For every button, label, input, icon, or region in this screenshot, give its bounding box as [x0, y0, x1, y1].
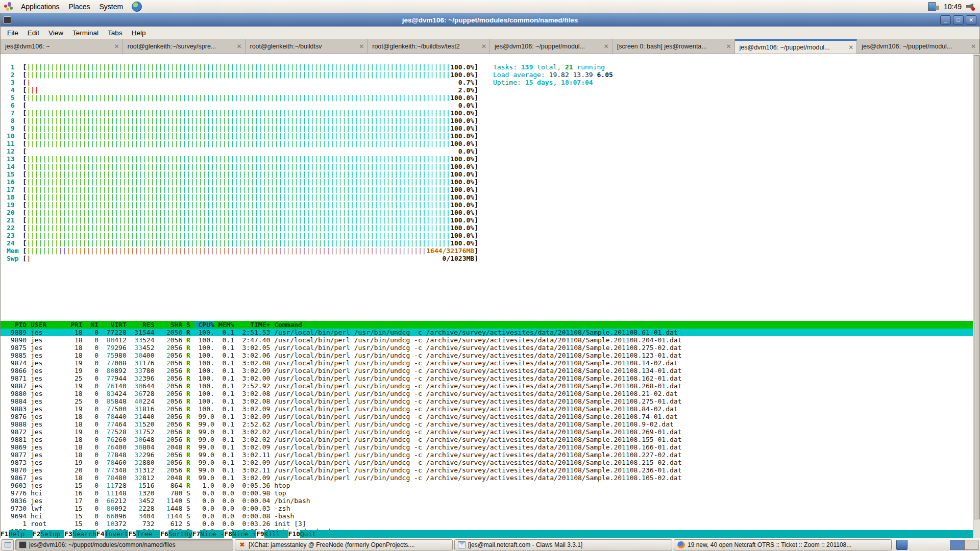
column-header-time[interactable]: TIME+: [238, 321, 271, 329]
menu-file[interactable]: File: [3, 28, 23, 38]
tab-close-icon[interactable]: ✕: [236, 43, 241, 50]
tab-close-icon[interactable]: ✕: [604, 43, 609, 50]
menu-view[interactable]: View: [44, 28, 68, 38]
table-row[interactable]: 9694hci1506609634041144S0.00.00:00.08-ba…: [1, 512, 980, 520]
window-titlebar[interactable]: jes@dvm106: ~/puppet/modules/common/name…: [1, 13, 979, 27]
terminal-tab-3[interactable]: root@glenkeith:~/buildtsv✕: [246, 39, 368, 54]
menu-tabs[interactable]: Tabs: [103, 28, 127, 38]
taskbar-window-button-2[interactable]: ✖[XChat: jamesstanley @ FreeNode (former…: [235, 539, 453, 550]
column-header-res[interactable]: RES: [131, 321, 155, 329]
table-row[interactable]: 9883jes19077500318162056R100.0.13:02.09/…: [1, 405, 980, 413]
terminal-tab-4[interactable]: root@glenkeith:~/buildtsv/test2✕: [368, 39, 490, 54]
table-row[interactable]: 9876jes18078440314402056R99.00.13:02.09/…: [1, 413, 980, 420]
table-row[interactable]: 9836jes1706621234521140S0.00.00:00.04/bi…: [1, 497, 980, 505]
table-row[interactable]: 9869jes18076400308042048R99.00.13:02.09/…: [1, 443, 980, 451]
column-header-pri[interactable]: PRI: [70, 321, 82, 329]
table-row[interactable]: 9867jes18078480328122048R99.00.13:02.09/…: [1, 474, 980, 482]
table-row[interactable]: 9603jes150117281516864R1.00.00:05.36htop: [1, 482, 980, 489]
fkey-f3[interactable]: F3Search: [64, 530, 96, 538]
terminal-tab-6[interactable]: [screen 0: bash] jes@rowenta...✕: [612, 39, 735, 54]
table-row[interactable]: 9872jes19077528317522056R99.00.13:02.02/…: [1, 428, 980, 436]
close-button[interactable]: ✕: [966, 15, 976, 24]
fkey-f5[interactable]: F5Tree: [128, 530, 160, 538]
column-header-cmd[interactable]: Command: [274, 321, 302, 329]
workspace-1[interactable]: [950, 540, 964, 549]
table-row[interactable]: 9877jes18077848322962056R99.00.13:02.11/…: [1, 451, 980, 459]
table-row[interactable]: 9866jes19080892337802056R100.0.13:02.09/…: [1, 367, 980, 374]
browser-launcher-icon[interactable]: [132, 2, 142, 12]
column-header-user[interactable]: USER: [31, 321, 70, 329]
fkey-f4[interactable]: F4Invert: [96, 530, 129, 538]
panel-menu-places[interactable]: Places: [64, 1, 95, 12]
minimize-button[interactable]: _: [940, 15, 951, 24]
taskbar-window-button-1[interactable]: jes@dvm106: ~/puppet/modules/common/name…: [15, 539, 233, 550]
terminal-scrollbar[interactable]: [973, 54, 980, 538]
table-row[interactable]: 9870jes20077348313122056R99.00.13:02.11/…: [1, 466, 980, 474]
table-row[interactable]: 9776hci160111481320780S0.00.00:00.98top: [1, 489, 980, 497]
fkey-f2[interactable]: F2Setup: [33, 530, 65, 538]
tab-close-icon[interactable]: ✕: [848, 44, 853, 51]
fkey-f7[interactable]: F7Nice -: [192, 530, 225, 538]
terminal-tab-5[interactable]: jes@dvm106: ~/puppet/modul...✕: [490, 39, 612, 54]
table-row[interactable]: 9890jes18080412335242056R100.0.12:47.40/…: [1, 336, 980, 344]
table-row[interactable]: 9885jes18075980304002056R100.0.13:02.06/…: [1, 352, 980, 359]
htop-output: 1 [|||||||||||||||||||||||||||||||||||||…: [1, 54, 980, 538]
column-header-ni[interactable]: NI: [86, 321, 98, 329]
fkey-f10[interactable]: F10Quit: [288, 530, 324, 538]
table-row[interactable]: 9874jes19077008311762056R100.0.13:02.08/…: [1, 359, 980, 367]
column-header-s[interactable]: S: [186, 321, 190, 329]
column-header-pid[interactable]: PID: [7, 321, 27, 329]
table-row[interactable]: 9875jes18079296334522056R100.0.13:02.05/…: [1, 344, 980, 352]
terminal-screen[interactable]: 1 [|||||||||||||||||||||||||||||||||||||…: [1, 54, 980, 538]
workspace-2[interactable]: [964, 540, 978, 549]
terminal-menubar: FileEditViewTerminalTabsHelp: [1, 27, 979, 39]
table-row[interactable]: 9884jes25085848402242056R100.0.13:02.08/…: [1, 397, 980, 405]
tab-close-icon[interactable]: ✕: [114, 43, 119, 50]
table-row[interactable]: 9881jes18076260306482056R99.00.13:02.02/…: [1, 436, 980, 443]
tab-close-icon[interactable]: ✕: [481, 43, 486, 50]
column-header-mem[interactable]: MEM%: [218, 321, 234, 329]
terminal-icon: [19, 541, 27, 548]
gnome-bottom-panel: jes@dvm106: ~/puppet/modules/common/name…: [0, 538, 980, 551]
column-header-cpu[interactable]: CPU%: [194, 321, 214, 329]
taskbar-window-button-4[interactable]: 19 new, 40 open Netcraft OTRS :: Ticket …: [674, 539, 892, 550]
fkey-f6[interactable]: F6SortBy: [160, 530, 192, 538]
meter-bar: |0.7%: [27, 79, 474, 86]
terminal-tab-1[interactable]: jes@dvm106: ~✕: [1, 39, 123, 54]
battery-icon[interactable]: [928, 2, 936, 11]
meter-label: 10: [7, 132, 22, 140]
terminal-tab-7[interactable]: jes@dvm106: ~/puppet/modul...✕: [735, 39, 857, 54]
menu-help[interactable]: Help: [127, 28, 151, 38]
terminal-tab-8[interactable]: jes@dvm106: ~/puppet/modul...✕: [857, 39, 979, 54]
panel-menu-applications[interactable]: Applications: [16, 1, 64, 12]
scrollbar-thumb[interactable]: [974, 55, 980, 519]
process-table-header[interactable]: PIDUSERPRINIVIRTRESSHRSCPU%MEM%TIME+Comm…: [1, 321, 980, 329]
table-row[interactable]: 9873jes19078460328802056R99.00.13:02.09/…: [1, 459, 980, 466]
volume-muted-icon[interactable]: [966, 3, 975, 11]
fkey-f9[interactable]: F9Kill: [256, 530, 288, 538]
table-row[interactable]: 1root15010372732612S0.00.00:03.26init [3…: [1, 520, 980, 528]
gnome-menu-icon[interactable]: [4, 2, 13, 11]
tab-close-icon[interactable]: ✕: [359, 43, 364, 50]
show-desktop-button[interactable]: [2, 539, 14, 550]
table-row[interactable]: 9887jes19076140306442056R100.0.12:52.92/…: [1, 382, 980, 390]
maximize-button[interactable]: □: [953, 15, 964, 24]
fkey-f8[interactable]: F8Nice +: [224, 530, 256, 538]
fkey-f1[interactable]: F1Help: [1, 530, 33, 538]
tab-close-icon[interactable]: ✕: [726, 43, 731, 50]
table-row[interactable]: 9871jes25077944323962056R100.0.13:02.00/…: [1, 374, 980, 382]
table-row[interactable]: 9880jes18083424367282056R100.0.13:02.08/…: [1, 390, 980, 397]
table-row[interactable]: 9889jes18077228315442056R100.0.12:51.53/…: [1, 329, 980, 336]
panel-clock[interactable]: 10:49: [944, 3, 962, 11]
minimized-terminal-icon[interactable]: [896, 540, 908, 550]
menu-terminal[interactable]: Terminal: [68, 28, 103, 38]
column-header-shr[interactable]: SHR: [158, 321, 182, 329]
column-header-virt[interactable]: VIRT: [103, 321, 127, 329]
terminal-tab-2[interactable]: root@glenkeith:~/survey/spre...✕: [123, 39, 246, 54]
menu-edit[interactable]: Edit: [23, 28, 44, 38]
panel-menu-system[interactable]: System: [95, 1, 128, 12]
tab-close-icon[interactable]: ✕: [971, 43, 976, 50]
taskbar-window-button-3[interactable]: [jes@mail.netcraft.com - Claws Mail 3.3.…: [454, 539, 672, 550]
table-row[interactable]: 9730lwf1508009222281448S0.00.00:00.03-zs…: [1, 505, 980, 512]
table-row[interactable]: 9888jes18077464315202056R99.00.12:52.62/…: [1, 420, 980, 428]
